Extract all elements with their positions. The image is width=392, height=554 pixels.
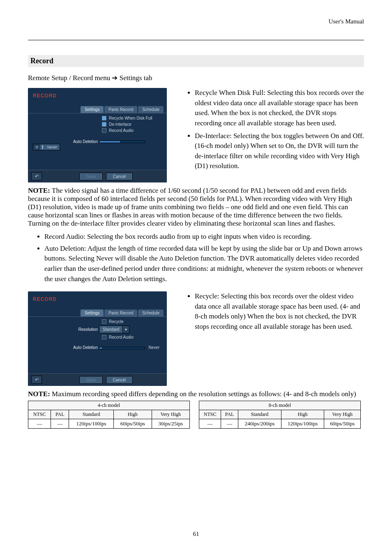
auto-deletion-slider[interactable]	[99, 141, 145, 143]
auto-deletion-slider[interactable]	[99, 347, 145, 349]
page-number: 61	[0, 531, 392, 538]
header-running: User's Manual	[28, 18, 364, 27]
table-caption: 8-ch model	[199, 401, 361, 410]
note-text: Maximum recording speed differs dependin…	[52, 390, 356, 398]
checkbox-icon	[102, 128, 106, 133]
bullet-label: Record Audio	[44, 233, 83, 240]
checkbox-label: Record Audio	[109, 128, 134, 133]
cell: —	[221, 419, 238, 429]
table-header: PAL	[51, 410, 69, 419]
cell: 120ips/100ips	[69, 419, 114, 429]
bullet-on: On	[286, 142, 294, 150]
bullet-record-audio: Record Audio: Selecting the box records …	[44, 232, 364, 242]
stepper-arrows-icon[interactable]: ▲▼	[40, 145, 45, 150]
cell: —	[28, 419, 51, 429]
bullet-label: Recycle	[195, 292, 217, 300]
note-bold: NOTE:	[28, 390, 52, 398]
right-bullets-1: Recycle When Disk Full: Selecting this b…	[173, 88, 364, 174]
resolution-label: Resolution	[33, 327, 98, 332]
screenshot-settings-4-8ch: RECORD Settings Panic Record Schedule Re…	[28, 291, 167, 386]
table-header: Standard	[69, 410, 114, 419]
bullet-label: Auto Deletion	[44, 245, 84, 252]
table-header: Very High	[324, 410, 361, 419]
checkbox-icon	[102, 122, 106, 127]
wide-bullets: Record Audio: Selecting the box records …	[28, 232, 364, 284]
screenshot-settings-16ch: RECORD Settings Panic Record Schedule Re…	[28, 88, 167, 182]
nav-path: Remote Setup / Record menu ➔ Settings ta…	[28, 74, 364, 82]
back-arrow-icon: ↶	[35, 174, 39, 179]
checkbox-record-audio[interactable]: Record Audio	[102, 128, 162, 133]
arrow-right-icon: ➔	[112, 74, 118, 82]
screenshot-content: Recycle Resolution Standard ▾ Record Aud…	[28, 319, 167, 350]
checkbox-label: Record Audio	[109, 335, 134, 339]
tab-settings[interactable]: Settings	[81, 309, 104, 316]
bullet-text: : Selecting this box records over the ol…	[195, 292, 360, 330]
note-tables: NOTE: Maximum recording speed differs de…	[28, 390, 364, 398]
checkbox-recycle[interactable]: Recycle	[102, 319, 162, 324]
bullet-text: : Selecting the box records audio from u…	[83, 233, 312, 240]
stepper-label: Never	[45, 144, 60, 150]
note-bold: NOTE:	[28, 187, 52, 194]
checkbox-label: Recycle	[109, 319, 124, 324]
checkbox-label: Recycle When Disk Full	[109, 116, 152, 120]
tab-panic-record[interactable]: Panic Record	[104, 106, 137, 113]
cancel-button[interactable]: Cancel	[106, 173, 133, 180]
section-title: Record	[28, 55, 364, 67]
table-header: NTSC	[28, 410, 51, 419]
screenshot-bottom-bar: ↶ Save Cancel	[28, 373, 167, 386]
tables-row: 4-ch model NTSC PAL Standard High Very H…	[28, 401, 364, 429]
table-4ch: 4-ch model NTSC PAL Standard High Very H…	[28, 401, 190, 429]
right-bullets-2: Recycle: Selecting this box records over…	[173, 291, 364, 335]
auto-deletion-label: Auto Deletion	[33, 345, 98, 350]
tab-bar: Settings Panic Record Schedule	[28, 106, 167, 113]
dropdown-value: Standard	[99, 326, 123, 333]
bullet-recycle-48: Recycle: Selecting this box records over…	[195, 291, 364, 332]
checkbox-record-audio[interactable]: Record Audio	[102, 335, 162, 339]
auto-deletion-stepper[interactable]: 0 ▲▼ Never	[33, 144, 60, 150]
chevron-down-icon: ▾	[122, 326, 129, 333]
table-caption: 4-ch model	[28, 401, 190, 410]
cell: 60ips/50ips	[324, 419, 361, 429]
checkbox-deinterlace[interactable]: De-Interlace	[102, 122, 162, 127]
table-header: PAL	[221, 410, 238, 419]
bullet-never: Never	[96, 254, 113, 262]
nav-suffix: Settings tab	[120, 74, 152, 82]
table-header: NTSC	[199, 410, 221, 419]
bullet-recycle: Recycle When Disk Full: Selecting this b…	[195, 88, 364, 129]
auto-deletion-value: Never	[149, 345, 160, 350]
table-header: Very High	[152, 410, 189, 419]
auto-deletion-label: Auto Deletion	[33, 139, 98, 144]
resolution-dropdown[interactable]: Standard ▾	[99, 325, 130, 333]
back-button[interactable]: ↶	[31, 376, 42, 384]
note-deinterlace: NOTE: The video signal has a time differ…	[28, 187, 364, 228]
cell: —	[51, 419, 69, 429]
checkbox-icon	[102, 116, 106, 120]
header-rule	[28, 40, 364, 40]
tab-schedule[interactable]: Schedule	[138, 106, 164, 113]
note-text: The video signal has a time difference o…	[28, 187, 352, 227]
checkbox-icon	[102, 335, 106, 339]
cancel-button[interactable]: Cancel	[106, 376, 133, 384]
bullet-label: De-Interlace	[195, 132, 230, 140]
bullet-label: Recycle When Disk Full	[195, 89, 263, 97]
save-button[interactable]: Save	[79, 376, 103, 384]
screenshot-content: Recycle When Disk Full De-Interlace Reco…	[28, 116, 167, 150]
cell: 240ips/200ips	[238, 419, 281, 429]
screenshot-title: RECORD	[33, 93, 57, 99]
back-arrow-icon: ↶	[35, 377, 39, 383]
table-header: Standard	[238, 410, 281, 419]
stepper-value: 0	[33, 144, 40, 150]
tab-panic-record[interactable]: Panic Record	[104, 309, 137, 316]
cell: 120ips/100ips	[281, 419, 324, 429]
back-button[interactable]: ↶	[31, 172, 42, 180]
bullet-deinterlace: De-Interlace: Selecting the box toggles …	[195, 131, 364, 172]
tab-bar: Settings Panic Record Schedule	[28, 309, 167, 317]
checkbox-recycle[interactable]: Recycle When Disk Full	[102, 116, 162, 120]
tab-schedule[interactable]: Schedule	[138, 309, 164, 316]
screenshot-title: RECORD	[33, 296, 57, 302]
cell: 60ips/50ips	[114, 419, 152, 429]
tab-settings[interactable]: Settings	[81, 106, 104, 113]
bullet-auto-deletion: Auto Deletion: Adjust the length of time…	[44, 244, 364, 284]
save-button[interactable]: Save	[79, 173, 103, 180]
checkbox-icon	[102, 319, 106, 324]
